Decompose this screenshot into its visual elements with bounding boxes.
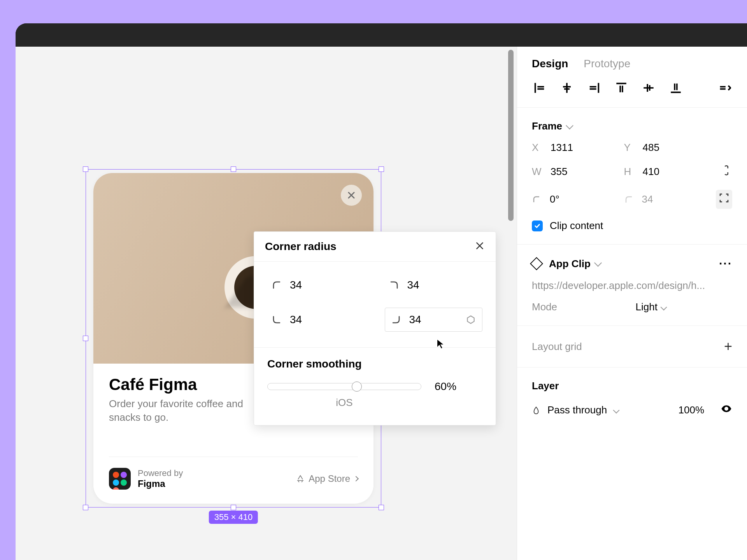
align-bottom-button[interactable] (668, 80, 684, 96)
layer-section: Layer Pass through 100% (517, 368, 747, 430)
align-top-button[interactable] (614, 80, 629, 96)
link-icon (721, 164, 732, 176)
corner-tl-value: 34 (290, 279, 302, 291)
align-more-button[interactable] (717, 80, 732, 96)
eye-icon (721, 403, 732, 415)
resize-handle-bc[interactable] (231, 505, 236, 510)
corner-bl-field[interactable]: 34 (267, 308, 365, 332)
tab-prototype[interactable]: Prototype (584, 58, 630, 70)
align-hcenter-button[interactable] (559, 80, 575, 96)
appstore-icon (296, 474, 305, 483)
check-icon (534, 222, 541, 229)
more-button[interactable]: ··· (719, 257, 732, 270)
chevron-down-icon[interactable] (594, 259, 602, 267)
resize-handle-bl[interactable] (83, 505, 88, 510)
y-field[interactable]: Y485 (624, 142, 708, 154)
popup-close-button[interactable] (475, 241, 485, 252)
inspector-tabs: Design Prototype (517, 47, 747, 80)
add-layout-grid-button[interactable]: + (724, 338, 732, 355)
resize-handle-br[interactable] (379, 505, 384, 510)
align-left-button[interactable] (532, 80, 547, 96)
hexagon-icon[interactable] (466, 315, 476, 325)
corner-tr-field[interactable]: 34 (385, 276, 483, 294)
app-store-link[interactable]: App Store (296, 473, 358, 484)
blend-icon (532, 406, 540, 415)
h-field[interactable]: H410 (624, 166, 708, 178)
clip-content-label: Clip content (550, 220, 603, 232)
workspace: Café Figma Order your favorite coffee an… (16, 47, 747, 560)
rotation-field[interactable]: 0° (532, 193, 616, 205)
chevron-down-icon[interactable] (566, 122, 573, 130)
figma-logo (109, 468, 131, 490)
app-window: Café Figma Order your favorite coffee an… (16, 23, 747, 560)
opacity-field[interactable]: 100% (679, 404, 705, 416)
align-right-button[interactable] (586, 80, 602, 96)
resize-handle-ml[interactable] (83, 336, 88, 341)
corner-tr-icon (389, 280, 399, 290)
blend-mode-select[interactable]: Pass through (547, 404, 607, 416)
resize-handle-tr[interactable] (379, 166, 384, 172)
layout-grid-section: Layout grid + (517, 326, 747, 368)
inspector-panel: Design Prototype Frame X1311 Y4 (517, 47, 747, 560)
constrain-proportions-button[interactable] (721, 164, 732, 179)
corner-bl-icon (272, 315, 281, 324)
tab-design[interactable]: Design (532, 58, 568, 70)
slider-thumb[interactable] (352, 382, 362, 392)
canvas[interactable]: Café Figma Order your favorite coffee an… (16, 47, 517, 560)
layout-grid-label: Layout grid (532, 341, 582, 353)
align-right-icon (587, 81, 601, 94)
clip-content-checkbox[interactable] (532, 220, 543, 231)
close-icon (347, 191, 356, 200)
align-distribute-icon (718, 81, 731, 94)
smoothing-slider[interactable] (267, 383, 421, 390)
corner-bl-value: 34 (290, 313, 302, 326)
popup-title: Corner radius (265, 240, 337, 253)
radius-field[interactable]: 34 (624, 193, 708, 205)
chevron-right-icon (353, 476, 359, 481)
card-subtitle: Order your favorite coffee and snacks to… (109, 397, 272, 424)
resize-handle-tl[interactable] (83, 166, 88, 172)
corner-br-value: 34 (409, 313, 421, 326)
smoothing-value: 60% (435, 380, 456, 393)
corner-radius-popup: Corner radius 34 34 (254, 231, 496, 425)
resize-handle-tc[interactable] (231, 166, 236, 172)
smoothing-tag: iOS (267, 397, 421, 409)
corner-radius-icon (624, 195, 633, 204)
independent-corners-icon (718, 192, 730, 204)
alignment-row (517, 80, 747, 108)
corner-tr-value: 34 (407, 279, 419, 291)
layer-section-title: Layer (532, 380, 732, 392)
card-brand: Figma (138, 478, 183, 489)
appclip-link[interactable]: https://developer.apple.com/design/h... (532, 280, 732, 292)
x-field[interactable]: X1311 (532, 142, 616, 154)
independent-corners-button[interactable] (716, 190, 732, 209)
card-powered-by: Powered by (138, 468, 183, 478)
corner-br-icon (391, 315, 401, 324)
align-hcenter-icon (560, 81, 573, 94)
smoothing-label: Corner smoothing (267, 358, 482, 370)
mode-select[interactable]: Light (636, 301, 666, 313)
chevron-down-icon (613, 407, 620, 413)
visibility-toggle[interactable] (721, 403, 732, 417)
scrollbar[interactable] (508, 50, 514, 221)
chevron-down-icon (661, 304, 667, 310)
appclip-section-title: App Clip (549, 258, 591, 270)
align-bottom-icon (669, 81, 682, 94)
mode-label: Mode (532, 301, 557, 313)
align-left-icon (533, 81, 546, 94)
card-footer: Powered by Figma App Store (109, 457, 358, 490)
corner-tl-field[interactable]: 34 (267, 276, 365, 294)
selection-dimensions: 355 × 410 (209, 511, 258, 524)
card-close-button[interactable] (341, 185, 362, 206)
corner-br-field[interactable]: 34 (385, 308, 483, 332)
corner-tl-icon (272, 280, 281, 290)
rotation-icon (532, 195, 541, 204)
align-vcenter-icon (642, 81, 655, 94)
frame-section: Frame X1311 Y485 W355 H410 0° (517, 108, 747, 245)
align-top-icon (615, 81, 628, 94)
frame-section-title: Frame (532, 120, 562, 132)
appclip-section: App Clip ··· https://developer.apple.com… (517, 245, 747, 326)
titlebar (16, 23, 747, 47)
w-field[interactable]: W355 (532, 166, 616, 178)
align-vcenter-button[interactable] (641, 80, 656, 96)
